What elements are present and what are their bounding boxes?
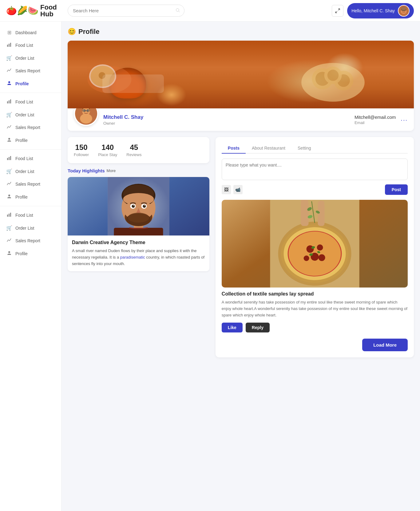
- sidebar-item-profile-4[interactable]: Profile: [0, 247, 61, 260]
- highlights-header: Today Highlights More: [68, 168, 209, 173]
- header-right: Hello, Mitchell C. Shay: [332, 3, 414, 18]
- sidebar-item-sales-report-2[interactable]: Sales Report: [0, 121, 61, 134]
- sidebar-label-profile-4: Profile: [15, 251, 28, 256]
- profile-email-label: Email: [355, 120, 396, 125]
- grid-icon: ⊞: [6, 30, 12, 35]
- profile-more-button[interactable]: ···: [401, 116, 408, 123]
- search-input[interactable]: [68, 5, 184, 17]
- svg-rect-13: [9, 44, 10, 47]
- nav-section-4: Food List 🛒 Order List Sales Report: [0, 209, 61, 260]
- sidebar-label-sales-report-1: Sales Report: [15, 68, 40, 73]
- highlight-link[interactable]: paradisematic: [120, 255, 145, 260]
- sidebar-label-dashboard: Dashboard: [15, 30, 37, 35]
- highlights-section: Today Highlights More: [68, 168, 209, 271]
- sidebar-item-sales-report-4[interactable]: Sales Report: [0, 234, 61, 247]
- profile-email: Mitchell@email.com: [355, 115, 396, 120]
- highlight-body: Darwin Creative Agency Theme A small riv…: [68, 235, 209, 271]
- sidebar-item-food-list-2[interactable]: Food List: [0, 95, 61, 108]
- user-button[interactable]: Hello, Mitchell C. Shay: [347, 3, 414, 18]
- svg-point-15: [8, 81, 10, 83]
- post-image: [222, 200, 408, 288]
- place-number: 140: [98, 143, 117, 152]
- sidebar-item-order-list-1[interactable]: 🛒 Order List: [0, 52, 61, 64]
- svg-point-38: [327, 70, 339, 81]
- reviews-number: 45: [126, 143, 141, 152]
- load-more-button[interactable]: Load More: [362, 339, 408, 351]
- svg-point-27: [8, 251, 10, 253]
- reply-button[interactable]: Reply: [246, 323, 270, 332]
- sidebar-item-profile-3[interactable]: Profile: [0, 191, 61, 203]
- bar-chart-icon-3: [6, 155, 12, 162]
- bar-chart-icon-4: [6, 212, 12, 218]
- page-title: Profile: [78, 28, 99, 36]
- svg-point-90: [318, 201, 324, 205]
- sidebar-item-profile-1[interactable]: Profile: [0, 77, 61, 90]
- expand-button[interactable]: [332, 5, 343, 17]
- profile-icon-3: [6, 194, 12, 200]
- sidebar-item-order-list-4[interactable]: 🛒 Order List: [0, 222, 61, 234]
- sidebar-label-order-list-3: Order List: [15, 169, 34, 174]
- svg-rect-16: [7, 101, 8, 103]
- nav-section-2: Food List 🛒 Order List Sales Report: [0, 95, 61, 147]
- sidebar-label-food-list-3: Food List: [15, 156, 33, 161]
- post-item: Collection of textile samples lay spread…: [222, 200, 408, 332]
- posts-card: Posts About Restaurant Setting 🖼 📹 Post: [216, 137, 414, 357]
- tab-setting[interactable]: Setting: [291, 143, 317, 154]
- cart-icon-4: 🛒: [6, 225, 12, 231]
- svg-point-0: [176, 8, 179, 11]
- reviews-label: Reviews: [126, 152, 141, 157]
- like-button[interactable]: Like: [222, 323, 243, 332]
- sidebar-label-profile-1: Profile: [15, 81, 29, 86]
- highlights-more[interactable]: More: [107, 168, 116, 173]
- svg-rect-24: [7, 215, 8, 217]
- sidebar-item-order-list-3[interactable]: 🛒 Order List: [0, 165, 61, 178]
- svg-line-1: [179, 11, 180, 12]
- sidebar-label-sales-report-4: Sales Report: [15, 238, 40, 243]
- profile-icon-4: [6, 251, 12, 257]
- tab-posts[interactable]: Posts: [222, 143, 246, 154]
- search-bar: [68, 5, 184, 17]
- svg-point-45: [87, 110, 88, 111]
- bar-chart-icon-2: [6, 99, 12, 105]
- sidebar-label-profile-3: Profile: [15, 195, 28, 199]
- svg-rect-21: [9, 157, 10, 160]
- sidebar-item-order-list-2[interactable]: 🛒 Order List: [0, 108, 61, 121]
- stats-card: 150 Follower 140 Place Stay 45 Reviews: [68, 137, 209, 163]
- svg-point-80: [317, 244, 323, 251]
- nav-section-3: Food List 🛒 Order List Sales Report: [0, 152, 61, 203]
- tab-about-restaurant[interactable]: About Restaurant: [246, 143, 291, 154]
- sidebar-item-sales-report-1[interactable]: Sales Report: [0, 64, 61, 77]
- bar-chart-icon: [6, 42, 12, 48]
- svg-point-19: [8, 138, 10, 140]
- svg-rect-88: [318, 203, 324, 226]
- sidebar-item-food-list-1[interactable]: Food List: [0, 39, 61, 52]
- svg-point-44: [84, 110, 85, 111]
- sidebar-item-dashboard[interactable]: ⊞ Dashboard: [0, 26, 61, 39]
- highlight-text: A small river named Duden flows by their…: [72, 248, 205, 267]
- sidebar-label-food-list-2: Food List: [15, 99, 33, 104]
- cart-icon-2: 🛒: [6, 112, 12, 118]
- video-upload-icon[interactable]: 📹: [233, 185, 243, 194]
- profile-name-wrap: Mitchell C. Shay Owner: [103, 114, 343, 126]
- svg-rect-17: [9, 100, 10, 103]
- sidebar-label-order-list-1: Order List: [15, 56, 34, 61]
- post-media-icons: 🖼 📹: [222, 185, 243, 194]
- sidebar-item-food-list-4[interactable]: Food List: [0, 209, 61, 222]
- post-button[interactable]: Post: [385, 184, 408, 195]
- profile-icon-1: [6, 81, 12, 87]
- svg-rect-22: [10, 156, 11, 160]
- sidebar-item-profile-2[interactable]: Profile: [0, 134, 61, 147]
- sidebar-item-sales-report-3[interactable]: Sales Report: [0, 178, 61, 191]
- profile-role: Owner: [103, 121, 343, 126]
- svg-line-3: [335, 11, 337, 13]
- post-textarea[interactable]: [222, 159, 408, 180]
- stat-reviews: 45 Reviews: [126, 143, 141, 157]
- svg-rect-20: [7, 158, 8, 160]
- svg-point-11: [401, 7, 406, 10]
- sidebar-item-food-list-3[interactable]: Food List: [0, 152, 61, 165]
- tabs-row: Posts About Restaurant Setting: [222, 143, 408, 154]
- profile-info: Mitchell C. Shay Owner Mitchell@email.co…: [68, 108, 414, 131]
- post-title: Collection of textile samples lay spread: [222, 291, 408, 297]
- image-upload-icon[interactable]: 🖼: [222, 185, 231, 194]
- avatar-image: [398, 6, 409, 16]
